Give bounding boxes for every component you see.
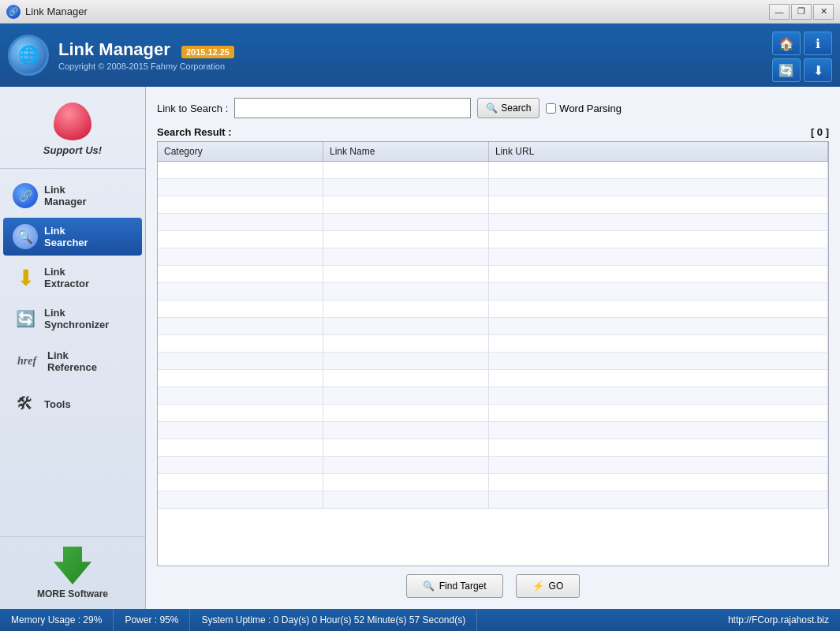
- table-row: [158, 266, 828, 283]
- table-row: [158, 422, 828, 439]
- table-row: [158, 370, 828, 387]
- find-target-button[interactable]: 🔍 Find Target: [406, 574, 503, 598]
- link-sync-label: LinkSynchronizer: [44, 307, 109, 330]
- table-row: [158, 335, 828, 353]
- action-row: 🔍 Find Target ⚡ GO: [157, 574, 829, 598]
- table-row: [158, 457, 828, 474]
- link-manager-icon: 🔗: [13, 183, 38, 208]
- restore-button[interactable]: ❐: [791, 4, 812, 20]
- link-manager-label: LinkManager: [44, 184, 86, 207]
- link-reference-icon: href: [13, 347, 41, 375]
- refresh-button[interactable]: 🔄: [772, 58, 801, 82]
- info-button[interactable]: ℹ: [804, 32, 832, 55]
- minimize-button[interactable]: —: [769, 4, 790, 20]
- find-target-icon: 🔍: [423, 581, 435, 592]
- sidebar-item-link-reference[interactable]: href LinkReference: [3, 341, 142, 382]
- go-icon: ⚡: [532, 581, 544, 592]
- table-row: [158, 318, 828, 335]
- link-extractor-icon: ⬇: [13, 265, 38, 290]
- sidebar-item-link-manager[interactable]: 🔗 LinkManager: [3, 177, 142, 215]
- app-icon: 🔗: [6, 5, 21, 19]
- search-result-label: Search Result :: [157, 126, 232, 138]
- table-row: [158, 196, 828, 214]
- search-btn-label: Search: [501, 103, 531, 114]
- sidebar-item-link-extractor[interactable]: ⬇ LinkExtractor: [3, 259, 142, 297]
- table-row: [158, 162, 828, 179]
- window-controls: — ❐ ✕: [769, 4, 834, 20]
- app-logo: 🌐: [8, 35, 49, 76]
- app-name: Link Manager: [58, 39, 170, 59]
- support-label: Support Us!: [43, 144, 102, 156]
- more-software-icon: [54, 547, 91, 584]
- result-header: Search Result : [ 0 ]: [157, 126, 829, 138]
- table-row: [158, 474, 828, 491]
- table-row: [158, 387, 828, 405]
- search-row: Link to Search : 🔍 Search Word Parsing: [157, 98, 829, 118]
- table-row: [158, 439, 828, 457]
- version-badge: 2015.12.25: [181, 46, 234, 58]
- titlebar: 🔗 Link Manager — ❐ ✕: [0, 0, 840, 24]
- go-button[interactable]: ⚡ GO: [516, 574, 581, 598]
- sidebar-item-link-searcher[interactable]: 🔍 LinkSearcher: [3, 218, 142, 256]
- col-link-name: Link Name: [323, 142, 489, 161]
- app-title-block: Link Manager 2015.12.25 Copyright © 2008…: [58, 39, 234, 71]
- search-button[interactable]: 🔍 Search: [477, 98, 539, 118]
- copyright-text: Copyright © 2008-2015 Fahmy Corporation: [58, 62, 234, 71]
- close-button[interactable]: ✕: [813, 4, 834, 20]
- tools-icon: 🛠: [13, 391, 38, 416]
- content-area: Link to Search : 🔍 Search Word Parsing S…: [146, 87, 840, 609]
- link-searcher-icon: 🔍: [13, 224, 38, 249]
- more-software-section: MORE Software: [0, 536, 145, 609]
- table-body: [158, 162, 828, 563]
- system-uptime: System Uptime : 0 Day(s) 0 Hour(s) 52 Mi…: [190, 609, 477, 631]
- word-parsing-label: Word Parsing: [559, 103, 622, 114]
- link-searcher-label: LinkSearcher: [44, 225, 88, 248]
- link-to-search-label: Link to Search :: [157, 103, 228, 114]
- table-header: Category Link Name Link URL: [158, 142, 828, 162]
- power-status: Power : 95%: [114, 609, 190, 631]
- find-target-label: Find Target: [439, 581, 487, 592]
- table-row: [158, 214, 828, 231]
- tools-label: Tools: [44, 398, 71, 410]
- main-layout: Support Us! 🔗 LinkManager 🔍 LinkSearcher…: [0, 87, 840, 609]
- table-row: [158, 179, 828, 196]
- statusbar: Memory Usage : 29% Power : 95% System Up…: [0, 609, 840, 631]
- table-row: [158, 405, 828, 422]
- sidebar-item-tools[interactable]: 🛠 Tools: [3, 385, 142, 423]
- status-url: http://FCorp.rajahost.biz: [717, 614, 840, 625]
- memory-usage: Memory Usage : 29%: [0, 609, 114, 631]
- link-sync-icon: 🔄: [13, 306, 38, 331]
- support-section: Support Us!: [0, 95, 145, 169]
- header: 🌐 Link Manager 2015.12.25 Copyright © 20…: [0, 24, 840, 87]
- table-row: [158, 353, 828, 370]
- window-title: Link Manager: [25, 6, 769, 17]
- table-row: [158, 301, 828, 318]
- sidebar: Support Us! 🔗 LinkManager 🔍 LinkSearcher…: [0, 87, 146, 609]
- word-parsing-checkbox[interactable]: [546, 103, 556, 114]
- download-button[interactable]: ⬇: [804, 58, 832, 82]
- result-count: [ 0 ]: [811, 126, 829, 138]
- col-link-url: Link URL: [489, 142, 828, 161]
- search-input[interactable]: [234, 98, 471, 118]
- link-reference-label: LinkReference: [47, 349, 97, 373]
- link-extractor-label: LinkExtractor: [44, 266, 89, 289]
- heart-icon: [54, 103, 91, 140]
- table-row: [158, 283, 828, 301]
- result-table: Category Link Name Link URL: [157, 141, 829, 566]
- header-buttons: 🏠 ℹ 🔄 ⬇: [772, 32, 832, 82]
- home-button[interactable]: 🏠: [772, 32, 801, 55]
- table-row: [158, 248, 828, 266]
- search-icon: 🔍: [486, 103, 498, 114]
- col-category: Category: [158, 142, 323, 161]
- table-row: [158, 231, 828, 248]
- go-label: GO: [549, 581, 564, 592]
- sidebar-item-link-synchronizer[interactable]: 🔄 LinkSynchronizer: [3, 300, 142, 338]
- more-software-label: MORE Software: [37, 588, 108, 599]
- word-parsing-checkbox-label[interactable]: Word Parsing: [546, 103, 622, 114]
- table-row: [158, 491, 828, 509]
